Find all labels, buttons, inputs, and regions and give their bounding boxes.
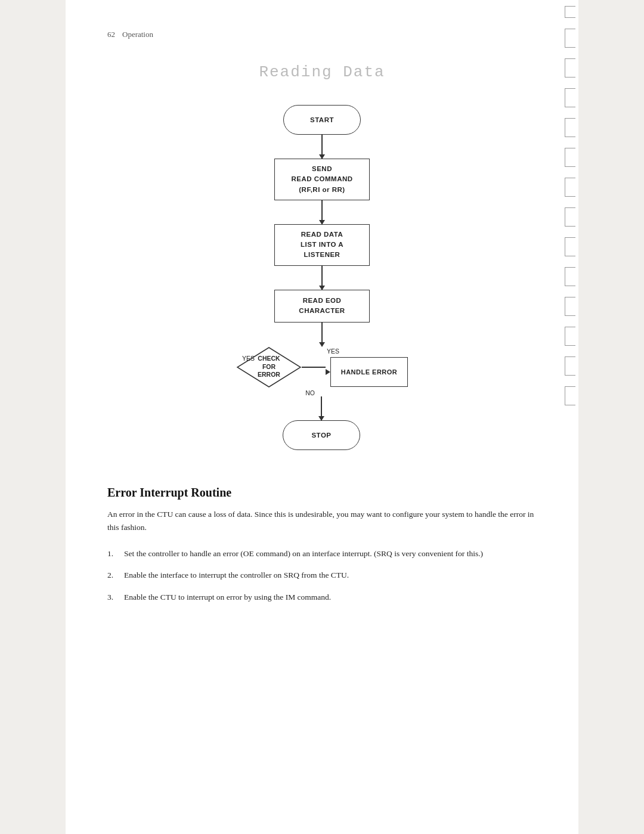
- page-header: 62 Operation: [107, 30, 537, 39]
- page-section: Operation: [122, 30, 153, 39]
- no-label-row: NO: [277, 389, 343, 396]
- error-interrupt-section: Error Interrupt Routine An error in the …: [107, 486, 537, 604]
- binding-mark: [565, 58, 575, 77]
- flowchart-check-row: CHECKFORERROR YES YES HANDLE ERROR: [236, 346, 408, 388]
- list-num-1: 1.: [107, 547, 124, 560]
- binding-marks: [562, 0, 578, 834]
- connector-3: [321, 266, 323, 290]
- check-error-column: CHECKFORERROR: [236, 346, 302, 388]
- flowchart-send-read: SENDREAD COMMAND(RF,RI or RR): [274, 159, 370, 200]
- handle-error-row: HANDLE ERROR: [326, 357, 408, 387]
- list-num-2: 2.: [107, 569, 124, 582]
- flowchart-read-data: READ DATALIST INTO ALISTENER: [274, 224, 370, 266]
- connector-2: [321, 200, 323, 224]
- page: 62 Operation Reading Data START SENDREAD…: [66, 0, 578, 834]
- section-list: 1. Set the controller to handle an error…: [107, 547, 537, 604]
- list-num-3: 3.: [107, 591, 124, 604]
- no-branch: NO: [289, 388, 355, 420]
- binding-mark: [565, 386, 575, 405]
- section-heading: Error Interrupt Routine: [107, 486, 537, 500]
- section-body: An error in the CTU can cause a loss of …: [107, 508, 537, 535]
- binding-mark: [565, 178, 575, 197]
- yes-label: YES: [242, 355, 255, 362]
- flowchart: START SENDREAD COMMAND(RF,RI or RR) READ…: [107, 105, 537, 450]
- connector-1: [321, 135, 323, 159]
- binding-mark: [565, 356, 575, 376]
- list-text-2: Enable the interface to interrupt the co…: [124, 569, 537, 582]
- list-item-1: 1. Set the controller to handle an error…: [107, 547, 537, 560]
- flowchart-read-eod: READ EODCHARACTER: [274, 290, 370, 323]
- binding-mark: [565, 88, 575, 107]
- connector-5: [321, 396, 322, 420]
- binding-mark: [565, 237, 575, 256]
- binding-mark: [565, 297, 575, 316]
- list-item-2: 2. Enable the interface to interrupt the…: [107, 569, 537, 582]
- list-text-3: Enable the CTU to interrupt on error by …: [124, 591, 537, 604]
- right-arrow: [326, 369, 330, 375]
- diagram-title: Reading Data: [107, 63, 537, 81]
- flowchart-handle-error: HANDLE ERROR: [330, 357, 408, 387]
- check-error-label: CHECKFORERROR: [258, 355, 280, 379]
- page-number: 62: [107, 30, 115, 39]
- binding-mark: [565, 118, 575, 137]
- yes-line: [302, 367, 326, 368]
- list-item-3: 3. Enable the CTU to interrupt on error …: [107, 591, 537, 604]
- binding-mark: [565, 6, 575, 18]
- connector-4: [321, 323, 323, 346]
- no-label: NO: [305, 389, 315, 396]
- binding-mark: [565, 207, 575, 227]
- binding-mark: [565, 267, 575, 286]
- binding-mark: [565, 148, 575, 167]
- binding-mark: [565, 29, 575, 48]
- list-text-1: Set the controller to handle an error (O…: [124, 547, 537, 560]
- flowchart-start: START: [283, 105, 361, 135]
- binding-mark: [565, 327, 575, 346]
- yes-branch-detail: YES HANDLE ERROR: [326, 348, 408, 387]
- yes-branch: YES YES HANDLE ERROR: [302, 348, 408, 387]
- yes-text: YES: [327, 348, 339, 355]
- flowchart-check-error: CHECKFORERROR: [236, 346, 302, 388]
- flowchart-stop: STOP: [283, 420, 360, 450]
